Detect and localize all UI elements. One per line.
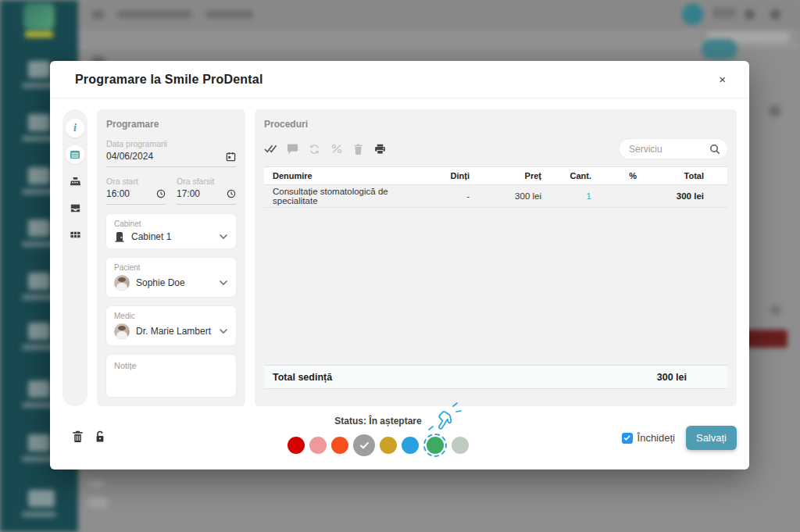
service-search[interactable] xyxy=(620,139,727,159)
delete-procedure-button[interactable] xyxy=(352,142,365,155)
status-color-blue[interactable] xyxy=(402,437,419,454)
pacient-label: Pacient xyxy=(114,263,228,272)
search-icon[interactable] xyxy=(709,144,720,155)
discount-button[interactable] xyxy=(330,142,343,155)
modal-footer: Status: În așteptare xyxy=(50,406,749,470)
chevron-down-icon xyxy=(219,280,228,286)
procedure-qty[interactable]: 1 xyxy=(541,191,591,201)
trash-icon xyxy=(72,430,84,443)
check-icon xyxy=(359,441,370,449)
modal-header: Programare la Smile ProDental × xyxy=(50,61,749,98)
grid-icon xyxy=(70,229,81,241)
checkbox-checked-icon[interactable] xyxy=(622,433,633,444)
chevron-down-icon xyxy=(219,234,228,240)
modal-icon-rail: i xyxy=(62,109,88,406)
status-color-pink[interactable] xyxy=(309,437,327,454)
info-icon: i xyxy=(73,122,77,134)
close-icon[interactable]: × xyxy=(716,70,729,88)
session-total-bar: Total sedință 300 lei xyxy=(264,365,727,389)
pacient-value: Sophie Doe xyxy=(136,277,212,288)
service-search-input[interactable] xyxy=(629,144,709,155)
clock-icon[interactable] xyxy=(156,189,166,198)
proceduri-panel: Proceduri xyxy=(255,109,737,406)
appointment-modal: Programare la Smile ProDental × i xyxy=(50,61,749,470)
status-color-green-highlight-ring xyxy=(423,434,447,457)
done-all-icon xyxy=(264,144,277,154)
col-cant: Cant. xyxy=(541,171,591,180)
unlock-icon xyxy=(95,430,105,443)
inchideti-checkbox-field[interactable]: Închideți xyxy=(622,432,675,444)
status-color-gold[interactable] xyxy=(380,437,397,454)
date-value[interactable]: 04/06/2024 xyxy=(106,151,153,162)
col-total: Total xyxy=(637,171,727,180)
cabinet-value: Cabinet 1 xyxy=(131,231,212,242)
procedure-row[interactable]: Consultație stomatologică de specialitat… xyxy=(264,185,727,208)
inbox-tab-button[interactable] xyxy=(66,198,84,217)
done-all-button[interactable] xyxy=(264,142,277,155)
start-time-label: Ora start xyxy=(106,177,166,186)
start-time-field[interactable]: Ora start 16:00 xyxy=(106,177,166,205)
cabinet-label: Cabinet xyxy=(114,220,228,228)
delete-appointment-button[interactable] xyxy=(72,430,84,446)
schedule-grid-tab-button[interactable] xyxy=(66,225,84,244)
end-time-field[interactable]: Ora sfarsit 17:00 xyxy=(177,177,236,205)
calendar-icon[interactable] xyxy=(226,152,236,162)
comment-icon xyxy=(287,144,298,155)
check-icon xyxy=(623,435,630,441)
col-dinti: Dinți xyxy=(415,171,470,180)
medic-select[interactable]: Medic Dr. Marie Lambert xyxy=(106,306,236,345)
lock-appointment-button[interactable] xyxy=(95,430,105,446)
trash-icon xyxy=(353,144,363,155)
end-time-label: Ora sfarsit xyxy=(177,177,236,186)
print-button[interactable] xyxy=(373,142,387,155)
percent-icon xyxy=(331,144,342,154)
procedure-price: 300 lei xyxy=(470,191,541,201)
status-label: Status: În așteptare xyxy=(284,416,472,427)
end-time-value[interactable]: 17:00 xyxy=(177,188,200,199)
status-color-picker xyxy=(284,434,472,457)
date-label: Data programarii xyxy=(106,139,236,148)
status-color-red[interactable] xyxy=(288,437,305,454)
list-icon xyxy=(70,149,80,160)
medic-avatar xyxy=(114,323,130,339)
procedures-empty-space xyxy=(264,208,727,365)
programare-panel: Programare Data programarii 04/06/2024 O… xyxy=(97,109,245,406)
status-color-orange[interactable] xyxy=(331,437,348,454)
proceduri-toolbar xyxy=(264,139,727,159)
door-icon xyxy=(114,231,125,242)
procedures-tab-button[interactable] xyxy=(66,145,84,164)
status-color-green[interactable] xyxy=(427,437,444,454)
sync-button[interactable] xyxy=(308,142,321,155)
programare-panel-title: Programare xyxy=(106,119,236,130)
medic-label: Medic xyxy=(114,312,228,320)
status-color-sage[interactable] xyxy=(452,437,469,454)
cash-register-icon xyxy=(70,176,81,187)
patient-avatar xyxy=(114,275,130,291)
status-color-gray-selected[interactable] xyxy=(353,434,375,456)
comment-button[interactable] xyxy=(286,142,299,155)
notes-textarea[interactable] xyxy=(106,355,236,397)
info-tab-button[interactable]: i xyxy=(66,119,84,137)
sync-icon xyxy=(309,144,320,155)
date-field[interactable]: Data programarii 04/06/2024 xyxy=(106,139,236,167)
procedure-name: Consultație stomatologică de specialitat… xyxy=(273,187,415,205)
save-button[interactable]: Salvați xyxy=(686,426,737,450)
status-section: Status: În așteptare xyxy=(284,416,472,457)
start-time-value[interactable]: 16:00 xyxy=(106,188,130,199)
register-tab-button[interactable] xyxy=(66,172,84,191)
modal-title: Programare la Smile ProDental xyxy=(75,73,263,87)
procedures-table-header: Denumire Dinți Preț Cant. % Total xyxy=(264,166,727,185)
pacient-select[interactable]: Pacient Sophie Doe xyxy=(106,258,236,297)
medic-value: Dr. Marie Lambert xyxy=(136,326,212,337)
modal-body: i xyxy=(50,98,749,406)
procedure-teeth: - xyxy=(415,191,470,201)
col-procent: % xyxy=(591,171,637,180)
session-total-label: Total sedință xyxy=(273,372,332,383)
notes-field[interactable] xyxy=(106,355,236,397)
inbox-icon xyxy=(70,202,81,214)
clock-icon[interactable] xyxy=(227,189,236,198)
proceduri-panel-title: Proceduri xyxy=(264,119,727,130)
printer-icon xyxy=(374,144,386,155)
col-pret: Preț xyxy=(470,171,541,180)
cabinet-select[interactable]: Cabinet Cabinet 1 xyxy=(106,214,236,248)
